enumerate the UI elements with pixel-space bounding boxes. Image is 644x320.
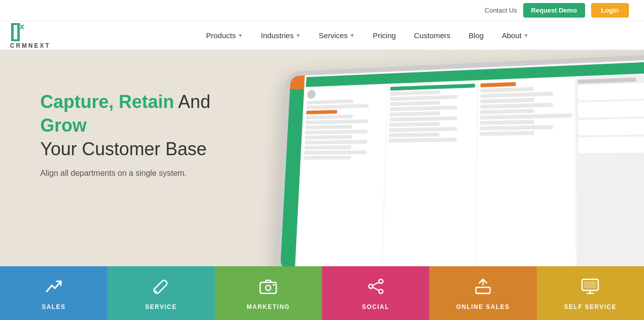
upload-icon (474, 277, 492, 299)
hero-subtext: Align all departments on a single system… (40, 169, 221, 178)
contact-us-link[interactable]: Contact Us (485, 7, 517, 14)
svg-rect-15 (584, 281, 596, 288)
chevron-down-icon: ▼ (350, 33, 355, 38)
tile-service-label: SERVICE (145, 303, 177, 310)
tile-self-service[interactable]: SELF SERVICE (537, 266, 644, 320)
svg-point-3 (273, 284, 275, 286)
svg-point-6 (379, 289, 383, 293)
tile-sales[interactable]: SALES (0, 266, 107, 320)
hero-content: Capture, Retain And Grow Your Customer B… (0, 50, 252, 198)
svg-point-5 (369, 284, 373, 288)
logo-bracket: [] (10, 21, 19, 40)
chart-icon (45, 277, 63, 299)
svg-point-2 (266, 285, 271, 290)
logo-x: x (20, 22, 24, 31)
svg-rect-9 (476, 287, 490, 293)
nav-item-industries[interactable]: Industries ▼ (252, 21, 310, 50)
tile-service[interactable]: SERVICE (107, 266, 214, 320)
hero-section: Capture, Retain And Grow Your Customer B… (0, 50, 644, 266)
tile-social[interactable]: SOCIAL (322, 266, 429, 320)
top-bar: Contact Us Request Demo Login (0, 0, 644, 21)
tile-self-service-label: SELF SERVICE (564, 303, 616, 310)
tile-social-label: SOCIAL (362, 303, 389, 310)
nav-item-about[interactable]: About ▼ (493, 21, 537, 50)
logo[interactable]: [] x CRMNEXT (10, 21, 80, 49)
svg-line-7 (373, 282, 379, 285)
nav-item-services[interactable]: Services ▼ (310, 21, 364, 50)
category-tiles: SALES SERVICE MARKETING (0, 266, 644, 320)
nav-item-pricing[interactable]: Pricing (364, 21, 405, 50)
svg-point-4 (379, 279, 383, 283)
monitor-icon (581, 277, 599, 299)
tile-sales-label: SALES (42, 303, 66, 310)
hero-tablet-image (262, 60, 644, 266)
request-demo-button[interactable]: Request Demo (523, 3, 585, 18)
nav-item-customers[interactable]: Customers (405, 21, 460, 50)
svg-line-8 (373, 287, 379, 290)
login-button[interactable]: Login (591, 3, 629, 18)
tile-online-sales[interactable]: ONLINE SALES (429, 266, 536, 320)
tile-online-sales-label: ONLINE SALES (456, 303, 510, 310)
main-nav: [] x CRMNEXT Products ▼ Industries ▼ Ser… (0, 21, 644, 50)
camera-icon (259, 277, 277, 299)
chevron-down-icon: ▼ (524, 33, 529, 38)
hero-headline: Capture, Retain And Grow Your Customer B… (40, 90, 221, 161)
chevron-down-icon: ▼ (296, 33, 301, 38)
nav-links: Products ▼ Industries ▼ Services ▼ Prici… (101, 21, 634, 50)
nav-item-products[interactable]: Products ▼ (197, 21, 252, 50)
tile-marketing-label: MARKETING (247, 303, 290, 310)
tile-marketing[interactable]: MARKETING (215, 266, 322, 320)
nav-item-blog[interactable]: Blog (459, 21, 493, 50)
share-icon (367, 277, 385, 299)
logo-text: CRMNEXT (10, 42, 50, 49)
svg-point-0 (155, 290, 157, 292)
wrench-icon (152, 277, 170, 299)
chevron-down-icon: ▼ (238, 33, 243, 38)
